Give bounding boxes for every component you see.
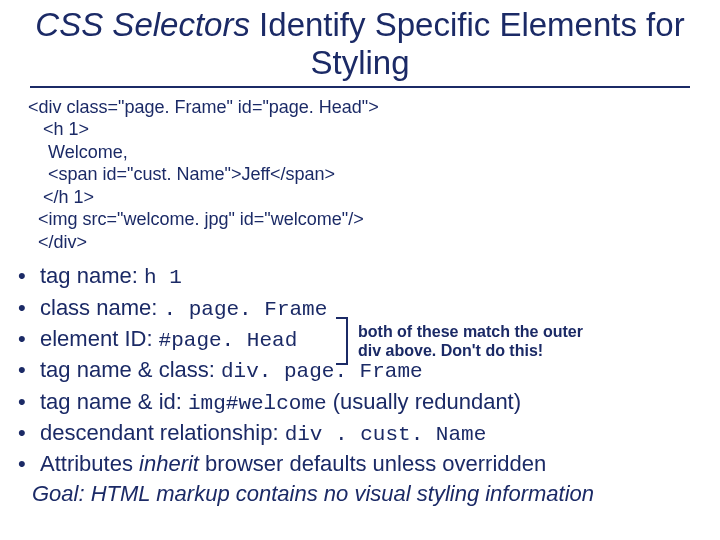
b4-label: tag name & class: (40, 357, 221, 382)
bullet-descendant: descendant relationship: div . cust. Nam… (10, 418, 710, 449)
b7-em: inherit (139, 451, 199, 476)
annotation-text: both of these match the outer div above.… (358, 322, 618, 360)
title-italic: CSS Selectors (35, 6, 250, 43)
bullet-tag-and-id: tag name & id: img#welcome (usually redu… (10, 387, 710, 418)
code-l6: <img src="welcome. jpg" id="welcome"/> (28, 209, 364, 229)
bracket-icon (336, 317, 348, 365)
annotation-l1: both of these match the outer (358, 323, 583, 340)
bullet-list: tag name: h 1 class name: . page. Frame … (10, 261, 710, 479)
b2-code: . page. Frame (164, 298, 328, 321)
b1-label: tag name: (40, 263, 144, 288)
b6-code: div . cust. Name (285, 423, 487, 446)
b2-label: class name: (40, 295, 164, 320)
code-l1: <div class="page. Frame" id="page. Head"… (28, 97, 379, 117)
b3-code: #page. Head (159, 329, 298, 352)
slide-title: CSS Selectors Identify Specific Elements… (0, 0, 720, 86)
title-rest: Identify Specific Elements for Styling (250, 6, 685, 81)
b5-suffix: (usually redundant) (327, 389, 521, 414)
code-l3: Welcome, (28, 142, 128, 162)
code-l5: </h 1> (28, 187, 94, 207)
code-block: <div class="page. Frame" id="page. Head"… (28, 96, 692, 254)
b3-label: element ID: (40, 326, 159, 351)
b5-code: img#welcome (188, 392, 327, 415)
bullet-class-name: class name: . page. Frame (10, 293, 710, 324)
b7-prefix: Attributes (40, 451, 139, 476)
b1-code: h 1 (144, 266, 182, 289)
code-l2: <h 1> (28, 119, 89, 139)
bullet-tag-name: tag name: h 1 (10, 261, 710, 292)
b6-label: descendant relationship: (40, 420, 285, 445)
title-rule (30, 86, 690, 88)
b4-code: div. page. Frame (221, 360, 423, 383)
b7-suffix: browser defaults unless overridden (199, 451, 546, 476)
goal-line: Goal: HTML markup contains no visual sty… (32, 481, 710, 507)
annotation-l2: div above. Don't do this! (358, 342, 543, 359)
bullet-inherit: Attributes inherit browser defaults unle… (10, 449, 710, 479)
code-l7: </div> (28, 232, 87, 252)
b5-label: tag name & id: (40, 389, 188, 414)
code-l4: <span id="cust. Name">Jeff</span> (28, 164, 335, 184)
